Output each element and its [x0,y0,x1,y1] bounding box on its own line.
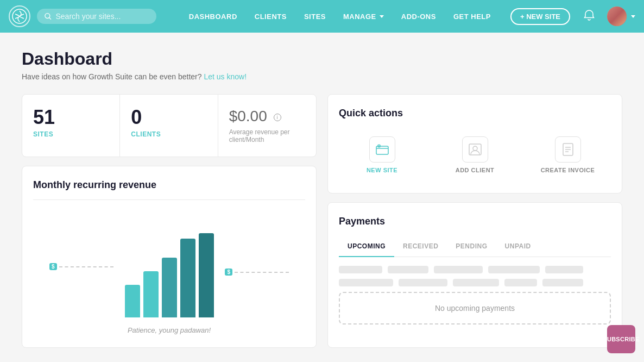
payment-row-1 [339,266,611,273]
new-site-action-icon [369,136,395,163]
chart-bar-1 [125,285,140,317]
skeleton-cell [504,279,537,286]
add-client-action-icon [462,136,488,163]
skeleton-cell [434,266,483,273]
let-us-know-link[interactable]: Let us know! [204,72,247,81]
payments-title: Payments [339,216,611,227]
nav-addons[interactable]: ADD-ONS [393,13,445,21]
svg-line-2 [49,18,51,20]
header: DASHBOARD CLIENTS SITES MANAGE ADD-ONS G… [0,0,644,33]
sites-stat-card: 51 SITES [22,95,120,157]
chart-label-right: $ [225,269,289,276]
nav: DASHBOARD CLIENTS SITES MANAGE ADD-ONS G… [180,13,500,21]
avatar [607,7,627,26]
payment-row-2 [339,279,611,286]
main-grid: 51 SITES 0 CLIENTS $0.00 i Average reven… [22,94,622,348]
tab-received[interactable]: RECEIVED [394,238,447,257]
chart-bar-4 [180,239,195,317]
revenue-card: Monthly recurring revenue $ [22,166,317,348]
chart-bar-2 [143,271,159,317]
nav-manage[interactable]: MANAGE [334,13,393,21]
tab-upcoming[interactable]: UPCOMING [339,238,394,257]
chart-label-left: $ [49,263,113,270]
tab-unpaid[interactable]: UNPAID [496,238,540,257]
payment-rows [339,266,611,286]
chart-bars [125,230,214,317]
chart-area: $ $ [33,209,305,317]
user-avatar[interactable] [607,7,635,26]
nav-clients[interactable]: CLIENTS [246,13,295,21]
nav-get-help[interactable]: GET HELP [445,13,500,21]
payments-tabs: UPCOMING RECEIVED PENDING UNPAID [339,238,611,257]
chart-bar-3 [162,258,177,317]
skeleton-cell [339,279,393,286]
revenue-section-title: Monthly recurring revenue [33,179,305,200]
logo[interactable] [9,5,30,27]
page-content: Dashboard Have ideas on how Growth Suite… [0,33,644,362]
chart-container: $ $ [33,209,305,317]
add-client-action-label: ADD CLIENT [456,167,495,173]
payments-card: Payments UPCOMING RECEIVED PENDING UNPAI… [327,202,622,348]
left-column: 51 SITES 0 CLIENTS $0.00 i Average reven… [22,94,317,348]
action-buttons: NEW SITE ADD CLIENT [339,130,611,180]
revenue-label: Average revenue per client/Month [229,128,305,143]
new-site-header-button[interactable]: + NEW SITE [510,8,570,25]
info-icon[interactable]: i [274,114,281,121]
svg-point-6 [473,146,477,151]
clients-label[interactable]: CLIENTS [131,130,161,138]
nav-sites[interactable]: SITES [295,13,334,21]
quick-actions-card: Quick actions NEW SITE [327,94,622,194]
create-invoice-action-label: CREATE INVOICE [541,167,595,173]
skeleton-cell [339,266,382,273]
skeleton-cell [453,279,499,286]
sites-count: 51 [33,108,55,127]
skeleton-cell [545,266,583,273]
new-site-action-label: NEW SITE [367,167,397,173]
no-payments-box: No upcoming payments [339,292,611,324]
search-icon [45,13,52,20]
skeleton-cell [542,279,583,286]
sites-label[interactable]: SITES [33,130,53,138]
clients-stat-card: 0 CLIENTS [120,95,218,157]
bell-icon[interactable] [583,9,595,23]
dollar-badge-right: $ [225,269,232,276]
quick-actions-title: Quick actions [339,108,611,119]
search-input[interactable] [56,12,149,21]
new-site-action[interactable]: NEW SITE [339,130,425,180]
nav-dashboard[interactable]: DASHBOARD [180,13,246,21]
create-invoice-action-icon [555,136,581,163]
dollar-badge-left: $ [49,263,57,270]
skeleton-cell [399,279,447,286]
right-column: Quick actions NEW SITE [327,94,622,348]
add-client-action[interactable]: ADD CLIENT [432,130,518,180]
chart-note: Patience, young padawan! [33,326,305,334]
page-title: Dashboard [22,49,622,69]
tab-pending[interactable]: PENDING [447,238,496,257]
stat-cards: 51 SITES 0 CLIENTS $0.00 i Average reven… [22,94,317,157]
chevron-down-icon [380,15,384,18]
skeleton-cell [488,266,540,273]
page-subtitle: Have ideas on how Growth Suite can be ev… [22,72,622,81]
revenue-amount: $0.00 i [229,108,281,125]
search-bar[interactable] [37,9,156,24]
revenue-stat-card: $0.00 i Average revenue per client/Month [218,95,316,157]
chart-bar-5 [199,233,214,317]
clients-count: 0 [131,108,142,127]
user-chevron-icon [631,15,635,18]
subscribe-badge[interactable]: SUBSCRIBE [607,325,635,353]
svg-rect-3 [376,146,388,154]
skeleton-cell [388,266,428,273]
create-invoice-action[interactable]: CREATE INVOICE [525,130,611,180]
